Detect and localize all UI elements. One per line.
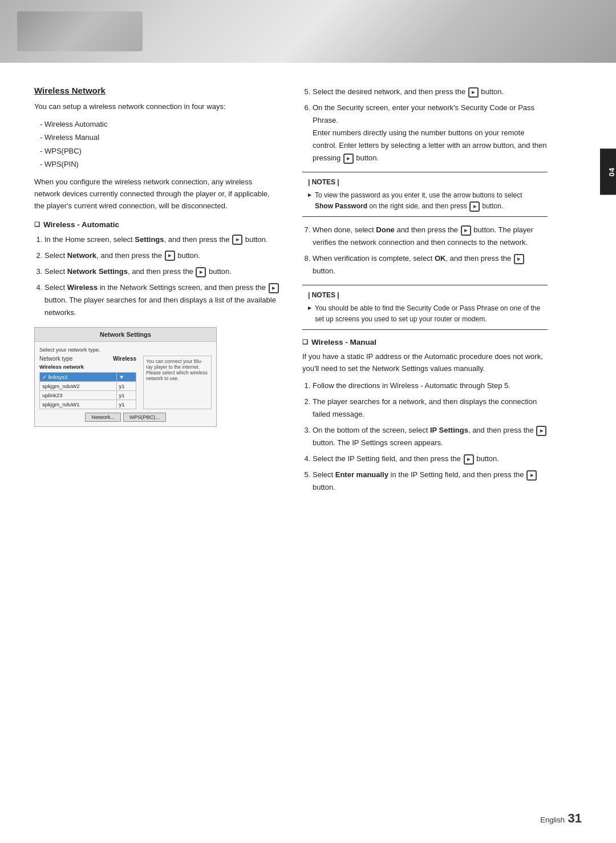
bullet-item: Wireless Automatic [40, 118, 279, 131]
subsection1-label: Wireless - Automatic [43, 220, 119, 229]
network-signal: y1 [116, 382, 136, 391]
intro-text: You can setup a wireless network connect… [34, 101, 279, 113]
subsection2-heading: Wireless - Manual [302, 338, 548, 346]
step-2: Select Network, and then press the butto… [44, 249, 279, 262]
footer: English 31 [540, 811, 582, 826]
manual-step-5: Select Enter manually in the IP Setting … [313, 469, 548, 494]
network-button[interactable]: Network... [85, 413, 121, 422]
notes-box-2: | NOTES | You should be able to find the… [302, 285, 548, 330]
steps-7-8: When done, select Done and then press th… [313, 224, 548, 277]
bullet-item: WPS(PIN) [40, 158, 279, 171]
remote-button-icon [461, 225, 471, 236]
table-row: ✓ linksys3 ▼ [40, 373, 136, 382]
table-row: uplink23 y1 [40, 391, 136, 400]
wps-pbc-button[interactable]: WPS(PBC)... [123, 413, 166, 422]
notes-list-1: To view the password as you enter it, us… [308, 190, 542, 212]
network-name: spkjgm_nduW2 [40, 382, 117, 391]
step-6: On the Security screen, enter your netwo… [313, 102, 548, 164]
remote-button-icon [526, 470, 537, 481]
network-type-row: Network type Wireless [39, 356, 136, 362]
note-item: You should be able to find the Security … [308, 303, 542, 325]
right-column: Select the desired network, and then pre… [302, 86, 548, 497]
subsection2-label: Wireless - Manual [311, 338, 376, 346]
dialog-subtitle: Select your network type. [39, 346, 212, 353]
table-row: spkjgm_nduW1 y1 [40, 400, 136, 409]
step-8: When verification is complete, select OK… [313, 252, 548, 277]
networks-table: ✓ linksys3 ▼ spkjgm_nduW2 y1 uplink23 y1 [39, 372, 136, 409]
network-name: uplink23 [40, 391, 117, 400]
remote-button-icon [514, 254, 524, 264]
manual-step-2: The player searches for a network, and t… [313, 396, 548, 421]
network-signal: ▼ [116, 373, 136, 382]
network-signal: y1 [116, 400, 136, 409]
network-signal: y1 [116, 391, 136, 400]
dialog-buttons: Network... WPS(PBC)... [39, 413, 212, 422]
step-3: Select Network Settings, and then press … [44, 265, 279, 278]
notes-list-2: You should be able to find the Security … [308, 303, 542, 325]
remote-button-icon [165, 251, 175, 261]
remote-button-icon [468, 87, 479, 98]
step-5: Select the desired network, and then pre… [313, 86, 548, 98]
notes-box-1: | NOTES | To view the password as you en… [302, 172, 548, 217]
main-content: Wireless Network You can setup a wireles… [0, 63, 616, 531]
network-settings-dialog: Network Settings Select your network typ… [34, 327, 217, 427]
bullet-item: Wireless Manual [40, 131, 279, 144]
manual-step-3: On the bottom of the screen, select IP S… [313, 424, 548, 449]
remote-button-icon [196, 267, 206, 277]
notes-title-2: | NOTES | [308, 290, 542, 301]
config-note: When you configure the wireless network … [34, 176, 279, 212]
remote-button-icon [536, 426, 546, 436]
auto-steps-list: In the Home screen, select Settings, and… [44, 233, 279, 320]
side-tab: 04 Settings [600, 148, 616, 195]
remote-button-icon [343, 154, 354, 164]
side-tab-number: 04 [607, 167, 616, 176]
network-type-value: Wireless [113, 356, 136, 362]
header-banner [0, 0, 616, 63]
table-row: spkjgm_nduW2 y1 [40, 382, 136, 391]
network-name: ✓ linksys3 [40, 373, 117, 382]
bullet-item: WPS(PBC) [40, 144, 279, 158]
step-4: Select Wireless in the Network Settings … [44, 281, 279, 319]
step-7: When done, select Done and then press th… [313, 224, 548, 249]
remote-button-icon [464, 454, 474, 465]
network-name: spkjgm_nduW1 [40, 400, 117, 409]
bullet-list: Wireless Automatic Wireless Manual WPS(P… [40, 118, 279, 171]
footer-language: English [540, 816, 565, 824]
remote-button-icon [269, 283, 279, 293]
dialog-body: Select your network type. Network type W… [35, 342, 216, 426]
manual-intro: If you have a static IP address or the A… [302, 351, 548, 375]
remote-button-icon [469, 201, 480, 212]
network-type-label: Network type [39, 356, 72, 362]
section-title: Wireless Network [34, 86, 279, 95]
notes-title-1: | NOTES | [308, 177, 542, 188]
manual-step-4: Select the IP Setting field, and then pr… [313, 453, 548, 465]
manual-step-1: Follow the directions in Wireless - Auto… [313, 380, 548, 392]
step-1: In the Home screen, select Settings, and… [44, 233, 279, 246]
footer-page-number: 31 [568, 811, 582, 825]
note-item: To view the password as you enter it, us… [308, 190, 542, 212]
left-column: Wireless Network You can setup a wireles… [34, 86, 279, 497]
manual-steps-list: Follow the directions in Wireless - Auto… [313, 380, 548, 494]
wireless-network-label: Wireless network [39, 364, 136, 370]
dialog-title: Network Settings [35, 328, 216, 342]
dialog-side-note: You can connect your Blu-ray player to t… [143, 356, 212, 409]
remote-button-icon [232, 235, 242, 245]
subsection1-heading: Wireless - Automatic [34, 220, 279, 229]
continued-steps: Select the desired network, and then pre… [313, 86, 548, 165]
